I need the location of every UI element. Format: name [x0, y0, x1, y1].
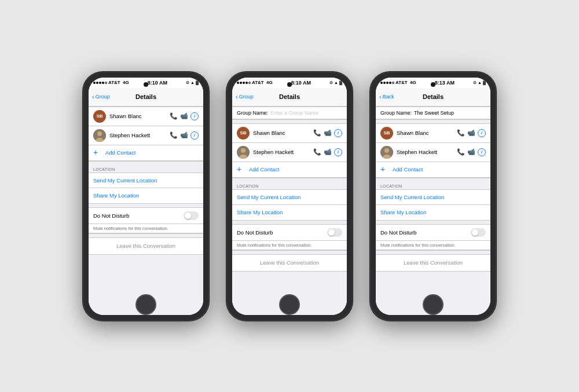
- video-icon-stephen-3[interactable]: 📹: [467, 149, 475, 155]
- video-icon-stephen-1[interactable]: 📹: [180, 132, 188, 138]
- content-2: Group Name: Enter a Group Name SB Shawn …: [232, 107, 347, 315]
- back-label-1[interactable]: Group: [96, 94, 110, 100]
- info-icon-stephen-1[interactable]: i: [190, 131, 199, 140]
- dot1-3: [380, 82, 383, 84]
- nav-back-2[interactable]: ‹ Group: [236, 94, 254, 100]
- time-3: 8:13 AM: [435, 80, 455, 86]
- group-name-section-3: Group Name: The Sweet Setup: [376, 107, 490, 120]
- avatar-sh-2: [237, 146, 250, 159]
- avatar-sh-1: [93, 129, 106, 142]
- group-name-section-2: Group Name: Enter a Group Name: [232, 107, 347, 120]
- nav-bar-1: ‹ Group Details: [89, 88, 203, 107]
- carrier-3: AT&T: [395, 80, 408, 85]
- group-name-row-3: Group Name: The Sweet Setup: [376, 107, 490, 119]
- group-name-input-2[interactable]: Enter a Group Name: [270, 110, 342, 116]
- add-contact-row-1[interactable]: + Add Contact: [89, 145, 203, 161]
- info-icon-shawn-1[interactable]: i: [190, 112, 199, 120]
- back-arrow-1: ‹: [92, 94, 94, 100]
- status-right-2: ⊙ ▲ ▓: [329, 80, 342, 85]
- info-icon-stephen-2[interactable]: i: [334, 148, 342, 156]
- disturb-row-1: Do Not Disturb: [89, 208, 203, 224]
- phone-3: AT&T 4G 8:13 AM ⊙ ▲ ▓ ‹ Back Details: [370, 72, 496, 321]
- send-location-row-3[interactable]: Send My Current Location: [376, 190, 490, 205]
- video-icon-shawn-2[interactable]: 📹: [324, 130, 332, 136]
- phone-icon-shawn-1[interactable]: 📞: [170, 113, 178, 119]
- back-label-3[interactable]: Back: [383, 94, 394, 100]
- add-contact-row-3[interactable]: + Add Contact: [376, 162, 490, 178]
- share-location-label-3: Share My Location: [380, 209, 426, 215]
- dot3-2: [243, 82, 245, 84]
- phone-2: AT&T 4G 8:10 AM ⊙ ▲ ▓ ‹ Group Details: [226, 72, 353, 321]
- phone-1: AT&T 4G 8:10 AM ⊙ ▲ ▓ ‹ Group Details: [83, 72, 209, 321]
- status-bar-3: AT&T 4G 8:13 AM ⊙ ▲ ▓: [376, 78, 490, 88]
- location-icon-2: ⊙: [329, 80, 333, 85]
- add-contact-row-2[interactable]: + Add Contact: [232, 162, 347, 178]
- video-icon-shawn-1[interactable]: 📹: [180, 113, 188, 119]
- location-icon-3: ⊙: [473, 80, 477, 85]
- back-label-2[interactable]: Group: [239, 94, 254, 100]
- video-icon-shawn-3[interactable]: 📹: [467, 130, 475, 136]
- mute-text-2: Mute notifications for this conversation…: [232, 241, 347, 250]
- contacts-section-2: SB Shawn Blanc 📞 📹 i: [232, 123, 347, 178]
- phone-icon-stephen-3[interactable]: 📞: [457, 149, 465, 155]
- add-icon-1: +: [93, 148, 102, 157]
- share-location-row-3[interactable]: Share My Location: [376, 205, 490, 220]
- info-icon-stephen-3[interactable]: i: [478, 148, 486, 156]
- nav-back-1[interactable]: ‹ Group: [92, 94, 110, 100]
- dot4: [102, 82, 104, 84]
- share-location-row-2[interactable]: Share My Location: [232, 205, 347, 220]
- leave-row-1[interactable]: Leave this Conversation: [89, 238, 203, 254]
- add-icon-3: +: [380, 165, 390, 174]
- contact-row-stephen-2: Stephen Hackett 📞 📹 i: [232, 143, 347, 162]
- disturb-label-3: Do Not Disturb: [380, 229, 471, 236]
- phone-icon-shawn-2[interactable]: 📞: [313, 130, 321, 136]
- nav-back-3[interactable]: ‹ Back: [379, 94, 394, 100]
- contact-row-stephen-1: Stephen Hackett 📞 📹 i: [89, 126, 203, 145]
- send-location-row-2[interactable]: Send My Current Location: [232, 190, 347, 205]
- nav-title-1: Details: [135, 93, 156, 100]
- disturb-toggle-1[interactable]: [184, 211, 199, 220]
- location-header-3: LOCATION: [376, 182, 490, 189]
- phone-icon-stephen-1[interactable]: 📞: [170, 132, 178, 138]
- location-section-3: Send My Current Location Share My Locati…: [376, 189, 490, 221]
- location-header-1: LOCATION: [89, 165, 203, 173]
- dot2-3: [383, 82, 386, 84]
- carrier-1: AT&T: [108, 80, 120, 85]
- dot3-3: [386, 82, 389, 84]
- battery-2: ▓: [339, 80, 342, 85]
- time-2: 8:10 AM: [291, 80, 311, 86]
- send-location-label-3: Send My Current Location: [380, 194, 444, 200]
- add-label-3: Add Contact: [393, 166, 423, 173]
- phone-icon-stephen-2[interactable]: 📞: [313, 149, 321, 155]
- phone-icon-shawn-3[interactable]: 📞: [457, 130, 465, 136]
- disturb-toggle-3[interactable]: [471, 228, 486, 237]
- send-location-label-1: Send My Current Location: [93, 177, 157, 184]
- avatar-sb-3: SB: [380, 127, 393, 140]
- status-left-2: AT&T 4G: [237, 80, 273, 85]
- send-location-row-1[interactable]: Send My Current Location: [89, 173, 203, 188]
- avatar-sh-3: [380, 146, 393, 159]
- back-arrow-2: ‹: [236, 94, 238, 100]
- disturb-section-1: Do Not Disturb Mute notifications for th…: [89, 207, 203, 234]
- add-label-2: Add Contact: [249, 166, 279, 173]
- status-left-3: AT&T 4G: [380, 80, 416, 85]
- share-location-label-2: Share My Location: [237, 209, 283, 215]
- back-arrow-3: ‹: [379, 94, 382, 100]
- disturb-row-3: Do Not Disturb: [376, 225, 490, 241]
- contact-row-shawn-1: SB Shawn Blanc 📞 📹 i: [89, 107, 203, 126]
- carrier-2: AT&T: [252, 80, 264, 85]
- content-1: SB Shawn Blanc 📞 📹 i: [89, 107, 203, 315]
- contact-name-shawn-2: Shawn Blanc: [253, 130, 313, 136]
- video-icon-stephen-2[interactable]: 📹: [324, 149, 332, 155]
- signal-dots-1: [93, 82, 107, 84]
- wifi-icon-2: ▲: [334, 80, 338, 85]
- info-icon-shawn-3[interactable]: i: [478, 129, 486, 137]
- leave-row-3[interactable]: Leave this Conversation: [376, 255, 490, 271]
- dot3: [99, 82, 101, 84]
- avatar-sb-1: SB: [93, 110, 106, 123]
- contact-name-stephen-1: Stephen Hackett: [109, 132, 170, 138]
- leave-row-2[interactable]: Leave this Conversation: [232, 255, 347, 271]
- disturb-toggle-2[interactable]: [327, 228, 342, 237]
- info-icon-shawn-2[interactable]: i: [334, 129, 342, 137]
- share-location-row-1[interactable]: Share My Location: [89, 188, 203, 203]
